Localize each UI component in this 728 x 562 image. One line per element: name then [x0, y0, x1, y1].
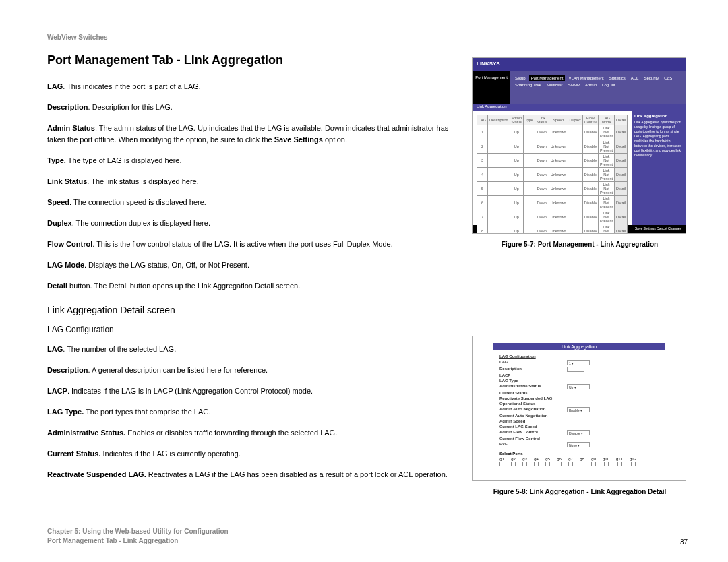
definition-paragraph: Description. Description for this LAG.	[47, 102, 452, 113]
table-cell: Up	[510, 139, 524, 154]
port-checkbox[interactable]	[568, 462, 573, 466]
select-input[interactable]: None ▾	[567, 442, 590, 447]
nav-tab[interactable]: Admin	[583, 82, 599, 88]
port-checkbox[interactable]	[534, 462, 539, 466]
form-label: Admin Auto Negotiation	[499, 407, 567, 412]
port-checkbox[interactable]	[631, 462, 636, 466]
page-title: Port Management Tab - Link Aggregation	[47, 53, 452, 67]
text-input[interactable]	[567, 367, 584, 372]
table-cell: 8	[477, 224, 488, 235]
close-button[interactable]: Close	[595, 480, 613, 481]
section-label: Port Management	[473, 71, 510, 104]
form-row: LACP	[499, 373, 659, 377]
page-footer: Chapter 5: Using the Web-based Utility f…	[47, 527, 688, 546]
table-header-cell: LAG	[477, 115, 488, 125]
table-cell	[524, 139, 535, 154]
select-input[interactable]: Up ▾	[567, 384, 590, 389]
footer-chapter: Chapter 5: Using the Web-based Utility f…	[47, 527, 229, 536]
table-header-cell: Speed	[549, 115, 568, 125]
nav-tab[interactable]: Statistics	[607, 75, 628, 81]
table-cell: Unknown	[549, 154, 568, 168]
table-cell: Up	[510, 125, 524, 139]
table-cell	[488, 210, 510, 224]
table-cell	[488, 125, 510, 139]
nav-tab[interactable]: QoS	[662, 75, 674, 81]
port-checkbox-group: g6	[557, 457, 562, 466]
table-cell: Unknown	[549, 125, 568, 139]
definition-paragraph: Description. A general description can b…	[47, 365, 452, 376]
port-checkbox[interactable]	[522, 462, 527, 466]
select-input[interactable]: Disable ▾	[567, 430, 590, 435]
table-cell: Disable	[582, 224, 598, 235]
sub-bar: Link Aggregation	[473, 104, 686, 111]
detail-button[interactable]: Detail	[615, 125, 628, 139]
port-checkbox[interactable]	[617, 462, 622, 466]
table-header-cell: Flow Control	[582, 115, 598, 125]
port-label: g4	[534, 457, 539, 461]
nav-tab[interactable]: ACL	[629, 75, 641, 81]
save-close-button[interactable]: Save & Close	[564, 480, 594, 481]
port-checkbox[interactable]	[580, 462, 584, 466]
nav-tab[interactable]: Security	[642, 75, 661, 81]
nav-tab[interactable]: Setup	[513, 75, 528, 81]
table-header-cell: Detail	[615, 115, 628, 125]
form-row: Current Status	[499, 391, 659, 395]
port-label: g5	[545, 457, 550, 461]
figure-2: Link Aggregation LAG Configuration LAG1 …	[472, 336, 686, 481]
help-text: Link Aggregation optimizes port usage by…	[634, 120, 683, 158]
port-checkbox[interactable]	[511, 462, 516, 466]
table-header-cell: Duplex	[568, 115, 582, 125]
detail-button[interactable]: Detail	[615, 210, 628, 224]
port-label: g2	[511, 457, 516, 461]
port-checkbox-group: g10	[603, 457, 609, 466]
detail-button[interactable]: Detail	[615, 168, 628, 182]
port-label: g12	[630, 457, 636, 461]
table-cell: Unknown	[549, 139, 568, 154]
detail-button[interactable]: Detail	[615, 224, 628, 235]
port-checkbox[interactable]	[545, 462, 550, 466]
select-input[interactable]: Enable ▾	[567, 407, 590, 412]
definition-paragraph: Speed. The connection speed is displayed…	[47, 197, 452, 208]
detail-button[interactable]: Detail	[615, 139, 628, 154]
nav-tab[interactable]: Spanning Tree	[513, 82, 543, 88]
select-ports-label: Select Ports	[499, 451, 659, 456]
detail-button[interactable]: Detail	[615, 196, 628, 210]
nav-tab[interactable]: Port Management	[529, 75, 566, 81]
port-label: g11	[616, 457, 623, 461]
form-row: Operational Status	[499, 402, 659, 406]
main-text-column: Port Management Tab - Link Aggregation L…	[47, 53, 452, 495]
table-header-cell: Description	[488, 115, 510, 125]
port-checkbox[interactable]	[591, 462, 596, 466]
port-checkbox[interactable]	[557, 462, 562, 466]
table-cell: Down	[535, 154, 549, 168]
form-label: Current Status	[499, 391, 567, 395]
form-label: Current Auto Negotiation	[499, 414, 567, 418]
table-cell: 4	[477, 168, 488, 182]
table-cell: Down	[535, 125, 549, 139]
port-checkbox[interactable]	[499, 462, 504, 466]
help-panel: Link Aggregation Link Aggregation optimi…	[632, 111, 686, 225]
detail-button[interactable]: Detail	[615, 154, 628, 168]
nav-tab[interactable]: VLAN Management	[566, 75, 605, 81]
port-checkbox-group: g9	[591, 457, 596, 466]
subhead-detail-screen: Link Aggregation Detail screen	[47, 305, 452, 315]
nav-tab[interactable]: LogOut	[600, 82, 617, 88]
table-cell	[568, 154, 582, 168]
table-row: 3UpDownUnknownDisableLink Not PresentDet…	[477, 154, 628, 168]
table-cell: Up	[510, 182, 524, 196]
figures-column: LINKSYS Port Management SetupPort Manage…	[472, 53, 688, 495]
definition-paragraph: LAG Mode. Displays the LAG status, On, O…	[47, 259, 452, 271]
table-cell	[524, 154, 535, 168]
detail-button[interactable]: Detail	[615, 182, 628, 196]
select-input[interactable]: 1 ▾	[567, 360, 590, 365]
nav-tab[interactable]: Multicast	[545, 82, 565, 88]
form-label: Admin Flow Control	[499, 430, 567, 435]
definition-paragraph: LAG Type. The port types that comprise t…	[47, 406, 452, 418]
nav-tab[interactable]: SNMP	[566, 82, 582, 88]
table-cell	[488, 168, 510, 182]
table-cell	[524, 210, 535, 224]
table-cell	[568, 224, 582, 235]
lag-table: LAGDescriptionAdmin StatusTypeLink Statu…	[477, 115, 628, 234]
port-checkbox[interactable]	[604, 462, 609, 466]
save-button[interactable]: Save	[545, 480, 562, 481]
